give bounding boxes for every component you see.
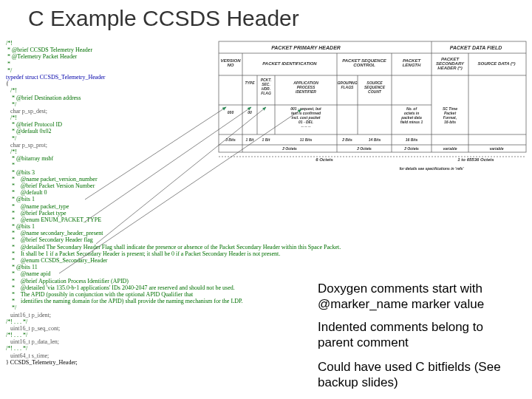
- w-var: variable: [443, 146, 457, 151]
- w-2oct3: 2 Octets: [403, 146, 419, 151]
- semi: ;: [46, 142, 47, 149]
- annotation-doxygen: Doxygen comments start with @marker_name…: [318, 281, 517, 313]
- cmt-line: */: [6, 135, 16, 142]
- cmt-line: * @bits 1: [6, 196, 35, 202]
- cmt-line: * @brief Protocol ID: [6, 121, 62, 128]
- cmt-line: *: [6, 61, 10, 67]
- cmt-line: /*! . . . */: [6, 345, 27, 352]
- cmt-line: /*!: [6, 149, 17, 155]
- note-sctime: SC TimePacketFormat,16-bits: [443, 106, 457, 124]
- annotation-bitfields: Could have used C bitfields (See backup …: [318, 359, 517, 391]
- hdr-datafield: PACKET DATA FIELD: [450, 45, 502, 50]
- sub-pckt: PCKT.SEC.HDR.FLAG: [261, 78, 272, 95]
- cmt-line: /*!: [6, 87, 17, 94]
- typedef-name: CCSDS_Telemetry_Header: [40, 74, 106, 81]
- cmt-line: /*!: [6, 40, 13, 47]
- hdr-primary: PACKET PRIMARY HEADER: [271, 45, 341, 50]
- col-srcdata: SOURCE DATA (*): [478, 61, 516, 66]
- slide-title: C Example CCSDS Header: [0, 0, 532, 35]
- field-name: p_sp_prot: [22, 142, 46, 149]
- cmt-line: * @enum ENUM_PACKET_TYPE: [6, 216, 101, 223]
- note-00: 00: [248, 110, 252, 115]
- cmt-line: */: [6, 67, 12, 74]
- cmt-line: * @brief CCSDS Telemetry Header: [6, 47, 92, 53]
- field: uint16_t p_seq_cont;: [6, 325, 60, 332]
- cmt-line: * @name apid: [6, 270, 50, 277]
- bits-grp: 2 Bits: [341, 137, 352, 142]
- field: uint16_t p_ident;: [6, 312, 51, 318]
- cmt-line: /*! . . . */: [6, 318, 27, 325]
- cmt-line: * @name packet_version_number: [6, 176, 98, 183]
- w-2oct2: 2 Octets: [356, 146, 372, 151]
- field-type: char: [6, 108, 22, 115]
- cmt-line: * @bitarray msbf: [6, 155, 53, 162]
- cmt-line: * @bits 1: [6, 223, 35, 230]
- note-noof: No. ofoctets inpacket datafield minus 1: [400, 106, 423, 124]
- note-000: 000: [228, 110, 234, 115]
- cmt-line: * It shall be 1 if a Packet Secondary He…: [6, 250, 280, 257]
- cmt-line: * @brief Packet Version Number: [6, 183, 95, 189]
- note-cost: 001 - request, buttext is confirmedincl.…: [290, 106, 321, 129]
- bits-len: 16 Bits: [406, 137, 418, 142]
- bits-type: 1 Bit: [246, 137, 254, 142]
- sub-srccnt: SOURCESEQUENCECOUNT: [364, 81, 386, 94]
- cmt-line: * @bits 11: [6, 264, 38, 270]
- cmt-line: */: [6, 304, 16, 311]
- col-pktid: PACKET IDENTIFICATION: [262, 61, 317, 66]
- cmt-line: * @detailed 'via 135.0-b-1 applications'…: [6, 284, 235, 291]
- cmt-line: * @name secondary_header_present: [6, 230, 103, 236]
- footer-range: 1 to 65536 Octets: [457, 157, 494, 162]
- cmt-line: * @default 0: [6, 189, 47, 196]
- cmt-line: * @brief Secondary Header flag: [6, 236, 93, 243]
- sub-apid: APPLICATIONPROCESSIDENTIFIER: [293, 81, 318, 94]
- note-spec: for details see specifications in 'refs': [399, 166, 464, 171]
- cmt-line: * @name packet_type: [6, 203, 69, 210]
- bits-apid: 11 Bits: [300, 137, 313, 142]
- col-version: VERSIONNO: [220, 58, 241, 67]
- cmt-line: * @brief Application Process Identifier …: [6, 278, 129, 284]
- bits-ver: 3 Bits: [225, 137, 236, 142]
- field: uint64_t s_time;: [6, 352, 49, 359]
- w-2oct: 2 Octets: [282, 146, 297, 151]
- w-var2: variable: [490, 146, 504, 151]
- cmt-line: * @Telemetry Packet Header: [6, 53, 77, 60]
- close-struct: } CCSDS_Telemetry_Header;: [6, 359, 78, 366]
- cmt-line: * @bits 3: [6, 169, 35, 176]
- cmt-line: * The APID (possibly in conjunction with…: [6, 291, 193, 298]
- bits-cnt: 14 Bits: [369, 137, 381, 142]
- cmt-line: */: [6, 101, 16, 108]
- cmt-line: * @brief Packet type: [6, 210, 66, 216]
- bits-flag: 1 Bit: [262, 137, 270, 142]
- cmt-line: * @detailed The Secondary Header Flag sh…: [6, 244, 341, 250]
- ccsds-diagram: text { font-family: Arial, sans-serif; f…: [217, 40, 528, 173]
- field-type: char: [6, 142, 22, 149]
- field-name: p_sp_dest: [22, 108, 46, 115]
- cmt-line: * identifies the naming domain for the A…: [6, 298, 243, 304]
- semi: ;: [46, 108, 47, 115]
- annotation-indent: Indented comments belong to parent comme…: [318, 319, 517, 351]
- field: uint16_t p_data_len;: [6, 338, 59, 345]
- cmt-line: /*! . . . */: [6, 332, 27, 338]
- cmt-line: *: [6, 162, 15, 168]
- typedef-kw: typedef struct: [6, 74, 40, 81]
- col-pktlen: PACKETLENGTH: [403, 58, 422, 67]
- sub-grping: GROUPINGFLAGS: [337, 81, 357, 89]
- cmt-line: * @default 0x02: [6, 128, 52, 134]
- footer-6oct: 6 Octets: [316, 157, 333, 162]
- brace: {: [6, 81, 9, 87]
- sub-type: TYPE: [245, 81, 255, 85]
- cmt-line: * @enum CCSDS_Secondary_Header: [6, 257, 107, 264]
- cmt-line: * @brief Destination address: [6, 95, 81, 101]
- cmt-line: /*!: [6, 115, 17, 121]
- col-sechdr: PACKETSECONDARYHEADER (*): [436, 57, 465, 70]
- col-seqctrl: PACKET SEQUENCECONTROL: [342, 58, 387, 67]
